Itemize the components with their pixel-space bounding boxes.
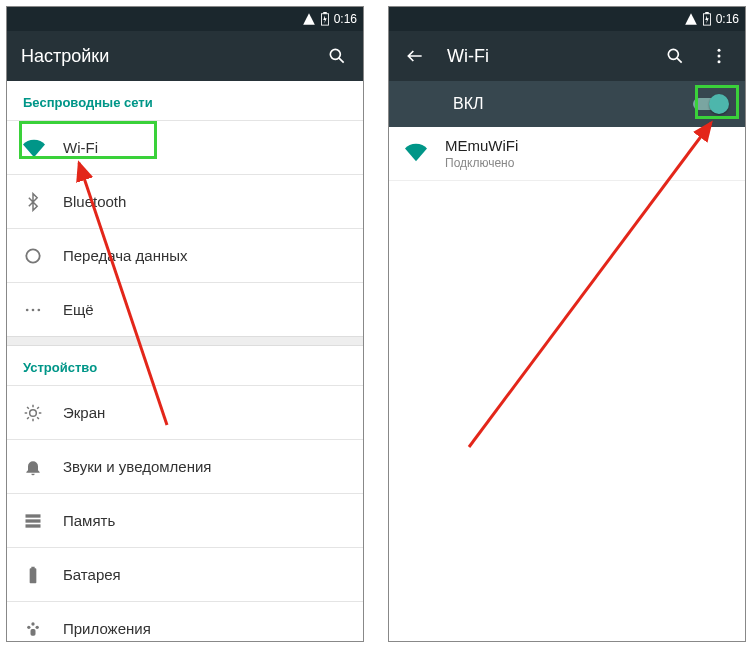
status-time: 0:16 [334,12,357,26]
back-icon[interactable] [403,44,427,68]
appbar-wifi: Wi-Fi [389,31,745,81]
display-icon [23,403,63,423]
row-storage[interactable]: Память [7,493,363,547]
svg-point-22 [718,55,721,58]
svg-rect-10 [26,519,41,522]
row-wifi[interactable]: Wi-Fi [7,120,363,174]
appbar-title: Настройки [21,46,305,67]
svg-point-6 [32,308,35,311]
svg-point-4 [26,249,39,262]
svg-line-20 [677,58,682,63]
svg-point-21 [718,49,721,52]
data-usage-icon [23,246,63,266]
svg-rect-1 [323,12,327,14]
row-label: Экран [63,404,347,421]
svg-rect-11 [26,524,41,527]
row-battery[interactable]: Батарея [7,547,363,601]
card-divider [7,336,363,346]
row-label: Батарея [63,566,347,583]
wifi-ssid: MEmuWiFi [445,137,518,154]
row-label: Передача данных [63,247,347,264]
signal-icon [684,12,698,26]
row-bluetooth[interactable]: Bluetooth [7,174,363,228]
wifi-network-row[interactable]: MEmuWiFi Подключено [389,127,745,181]
svg-point-14 [36,625,39,628]
row-sound[interactable]: Звуки и уведомления [7,439,363,493]
storage-icon [23,511,63,531]
status-bar: 0:16 [7,7,363,31]
svg-point-12 [31,622,34,625]
svg-point-13 [27,625,30,628]
screen-settings: 0:16 Настройки Беспроводные сети Wi-Fi B… [6,6,364,642]
apps-icon [23,619,63,639]
signal-icon [302,12,316,26]
svg-line-3 [339,58,344,63]
row-label: Приложения [63,620,347,637]
search-icon[interactable] [663,44,687,68]
row-data-usage[interactable]: Передача данных [7,228,363,282]
row-label: Память [63,512,347,529]
appbar-title: Wi-Fi [447,46,643,67]
wifi-icon [23,137,63,159]
more-horiz-icon [23,300,63,320]
row-label: Ещё [63,301,347,318]
svg-rect-15 [31,629,36,636]
svg-rect-9 [26,514,41,517]
section-header-wireless: Беспроводные сети [7,81,363,120]
row-more[interactable]: Ещё [7,282,363,336]
bluetooth-icon [23,192,63,212]
row-display[interactable]: Экран [7,385,363,439]
svg-point-19 [668,49,678,59]
svg-point-2 [330,49,340,59]
row-label: Wi-Fi [63,139,347,156]
bell-icon [23,457,63,477]
status-bar: 0:16 [389,7,745,31]
screen-wifi: 0:16 Wi-Fi ВКЛ MEm [388,6,746,642]
svg-point-23 [718,60,721,63]
search-icon[interactable] [325,44,349,68]
wifi-icon [405,141,445,167]
battery-icon [23,565,63,585]
overflow-icon[interactable] [707,44,731,68]
battery-charging-icon [320,12,330,26]
row-label: Звуки и уведомления [63,458,347,475]
row-apps[interactable]: Приложения [7,601,363,642]
row-label: Bluetooth [63,193,347,210]
section-header-device: Устройство [7,346,363,385]
appbar-settings: Настройки [7,31,363,81]
svg-point-5 [26,308,29,311]
battery-charging-icon [702,12,712,26]
wifi-toggle-bar: ВКЛ [389,81,745,127]
wifi-toggle-switch[interactable] [693,94,729,114]
wifi-toggle-label: ВКЛ [453,95,484,113]
wifi-status: Подключено [445,156,518,170]
status-time: 0:16 [716,12,739,26]
svg-point-8 [30,409,37,416]
svg-point-7 [38,308,41,311]
svg-rect-18 [705,12,709,14]
